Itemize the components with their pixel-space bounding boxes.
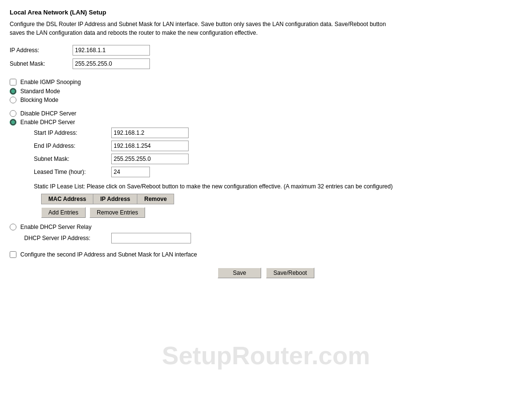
standard-mode-label: Standard Mode [20,88,60,95]
remove-entries-button[interactable]: Remove Entries [89,207,145,218]
add-entries-button[interactable]: Add Entries [41,207,86,218]
remove-header: Remove [137,194,174,204]
subnet-mask-row: Subnet Mask: [10,58,522,69]
end-ip-row: End IP Address: [34,141,522,151]
igmp-snooping-checkbox[interactable] [10,79,16,86]
subnet-mask-input[interactable] [73,58,150,69]
enable-dhcp-label: Enable DHCP Server [20,119,75,126]
igmp-snooping-row: Enable IGMP Snooping [10,79,522,86]
leased-time-label: Leased Time (hour): [34,169,111,175]
relay-ip-input[interactable] [111,233,191,243]
static-ip-note: Static IP Lease List: Please click on Sa… [10,182,397,191]
relay-ip-label: DHCP Server IP Address: [24,235,111,242]
static-table-container: MAC Address IP Address Remove Add Entrie… [10,194,522,218]
start-ip-input[interactable] [111,128,189,138]
page-container: Local Area Network (LAN) Setup Configure… [0,0,532,399]
disable-dhcp-radio[interactable] [10,110,16,117]
blocking-mode-label: Blocking Mode [20,97,59,103]
dhcp-fields: Start IP Address: End IP Address: Subnet… [10,128,522,177]
relay-section: Enable DHCP Server Relay DHCP Server IP … [10,224,522,243]
mac-address-header: MAC Address [42,194,93,204]
end-ip-input[interactable] [111,141,189,151]
page-description: Configure the DSL Router IP Address and … [10,20,387,37]
table-buttons: Add Entries Remove Entries [41,207,522,218]
blocking-mode-row: Blocking Mode [10,97,522,103]
start-ip-row: Start IP Address: [34,128,522,138]
watermark: SetupRouter.com [162,341,370,370]
blocking-mode-radio[interactable] [10,97,16,103]
save-reboot-button[interactable]: Save/Reboot [266,268,314,278]
dhcp-subnet-input[interactable] [111,154,189,164]
standard-mode-row: Standard Mode [10,88,522,95]
disable-dhcp-row: Disable DHCP Server [10,110,522,117]
ip-address-row: IP Address: [10,45,522,56]
enable-dhcp-row: Enable DHCP Server [10,119,522,126]
save-button[interactable]: Save [218,268,261,278]
ip-address-input[interactable] [73,45,150,56]
enable-relay-label: Enable DHCP Server Relay [20,224,91,230]
bottom-buttons: Save Save/Reboot [10,268,522,278]
end-ip-label: End IP Address: [34,142,111,149]
enable-relay-row: Enable DHCP Server Relay [10,224,522,230]
leased-time-row: Leased Time (hour): [34,167,522,177]
second-ip-row: Configure the second IP Address and Subn… [10,251,522,258]
dhcp-subnet-row: Subnet Mask: [34,154,522,164]
enable-relay-radio[interactable] [10,224,16,230]
igmp-snooping-label: Enable IGMP Snooping [20,79,81,86]
standard-mode-radio[interactable] [10,88,16,95]
dhcp-subnet-label: Subnet Mask: [34,156,111,162]
subnet-mask-label: Subnet Mask: [10,60,73,67]
leased-time-input[interactable] [111,167,150,177]
second-ip-label: Configure the second IP Address and Subn… [20,251,197,258]
page-title: Local Area Network (LAN) Setup [10,9,522,16]
disable-dhcp-label: Disable DHCP Server [20,110,76,117]
static-ip-table: MAC Address IP Address Remove [41,194,174,204]
relay-ip-row: DHCP Server IP Address: [10,233,522,243]
ip-address-header: IP Address [93,194,137,204]
ip-address-label: IP Address: [10,47,73,54]
enable-dhcp-radio[interactable] [10,119,16,126]
second-ip-checkbox[interactable] [10,251,16,258]
start-ip-label: Start IP Address: [34,129,111,136]
